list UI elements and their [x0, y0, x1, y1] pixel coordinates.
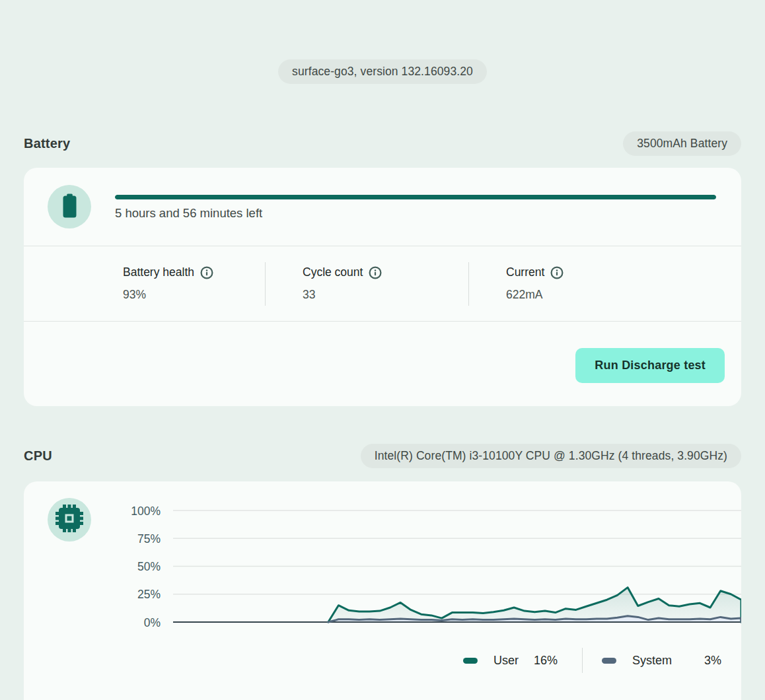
info-icon[interactable]: [550, 266, 564, 279]
battery-time-left: 5 hours and 56 minutes left: [115, 206, 262, 221]
current-stat: Current 622mA: [469, 265, 564, 302]
ytick-50: 50%: [137, 560, 161, 573]
battery-section-title: Battery: [24, 136, 70, 151]
cpu-section-title: CPU: [24, 448, 52, 464]
cpu-chip-icon: [55, 504, 84, 536]
ytick-0: 0%: [144, 616, 161, 629]
battery-icon: [61, 193, 78, 221]
cpu-usage-chart: 100% 75% 50% 25% 0%: [126, 491, 741, 649]
cpu-legend: User 16% System 3%: [463, 648, 721, 673]
battery-section-header: Battery 3500mAh Battery: [24, 131, 741, 156]
ytick-25: 25%: [137, 588, 161, 601]
cycle-count-stat: Cycle count 33: [266, 265, 468, 302]
current-label: Current: [506, 265, 544, 279]
cpu-model-badge: Intel(R) Core(TM) i3-10100Y CPU @ 1.30GH…: [361, 444, 741, 468]
legend-divider: [582, 648, 583, 673]
battery-icon-circle: [48, 185, 91, 228]
battery-charge-bar: [115, 195, 716, 199]
cpu-section-header: CPU Intel(R) Core(TM) i3-10100Y CPU @ 1.…: [24, 444, 741, 468]
battery-charge-fill: [115, 195, 716, 199]
user-legend-swatch: [463, 658, 478, 664]
user-legend-label: User: [493, 654, 519, 668]
cpu-icon-circle: [48, 498, 91, 542]
system-legend-value: 3%: [704, 654, 721, 668]
run-discharge-test-button[interactable]: Run Discharge test: [575, 348, 725, 383]
diagnostics-page: surface-go3, version 132.16093.20 Batter…: [0, 0, 765, 700]
battery-charge-row: 5 hours and 56 minutes left: [24, 168, 741, 246]
battery-actions-row: Run Discharge test: [24, 322, 741, 406]
battery-capacity-badge: 3500mAh Battery: [623, 131, 741, 156]
ytick-100: 100%: [131, 505, 161, 518]
system-legend-swatch: [602, 658, 616, 664]
cycle-count-value: 33: [303, 288, 468, 302]
system-legend-label: System: [632, 654, 672, 668]
battery-health-stat: Battery health 93%: [123, 265, 265, 302]
battery-card: 5 hours and 56 minutes left Battery heal…: [24, 168, 741, 406]
ytick-75: 75%: [137, 532, 161, 545]
cycle-count-label: Cycle count: [303, 265, 363, 279]
info-icon[interactable]: [369, 266, 382, 279]
cpu-card: 100% 75% 50% 25% 0% User 16% System: [24, 481, 741, 700]
user-legend-value: 16%: [534, 654, 558, 668]
current-value: 622mA: [506, 288, 564, 302]
battery-health-value: 93%: [123, 288, 265, 302]
version-chip-row: surface-go3, version 132.16093.20: [0, 59, 765, 84]
battery-stats-row: Battery health 93% Cycle count: [24, 246, 741, 321]
battery-health-label: Battery health: [123, 265, 194, 279]
info-icon[interactable]: [200, 266, 213, 279]
device-version-badge: surface-go3, version 132.16093.20: [278, 59, 487, 84]
user-area: [328, 588, 741, 622]
